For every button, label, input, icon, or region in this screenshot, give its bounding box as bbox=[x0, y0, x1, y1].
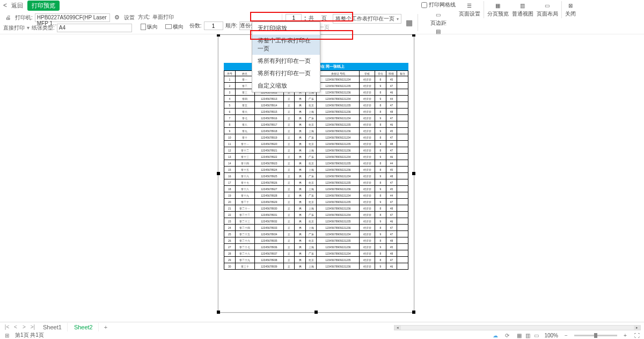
horizontal-scrollbar[interactable]: ◂ ▸ bbox=[394, 325, 641, 330]
page-info-label: 第1页 共1页 bbox=[15, 331, 44, 339]
settings-label[interactable]: 设置 bbox=[124, 14, 135, 21]
scale-option-fit-sheet[interactable]: 将整个工作表打印在一页 bbox=[252, 34, 320, 55]
table-row: 20李二十12345678929正男北京12345678909221235经济学… bbox=[224, 199, 408, 205]
table-row: 28李二十八12345678937正男广东12345678909221234经济… bbox=[224, 250, 408, 257]
status-bar: ⊞ 第1页 共1页 ☁ ⟳ ▦ ▥ ▭ 100% − + ⛶ bbox=[0, 331, 644, 339]
close-button[interactable]: ⊠关闭 bbox=[565, 1, 576, 18]
scale-combo[interactable]: 将整个工作表打印在一页 ▾ bbox=[333, 14, 401, 24]
portrait-icon bbox=[141, 24, 146, 30]
zoom-value: 100% bbox=[544, 333, 558, 338]
scroll-right-arrow[interactable]: ▸ bbox=[634, 326, 640, 330]
page-layout-button[interactable]: ▭页面布局 bbox=[537, 1, 558, 18]
chevron-down-icon: ▾ bbox=[397, 17, 399, 21]
drag-handle[interactable] bbox=[412, 172, 415, 175]
view-mode-break[interactable]: ▭ bbox=[532, 332, 540, 338]
drag-handle[interactable] bbox=[217, 172, 220, 175]
sheet-nav-prev[interactable]: < bbox=[12, 324, 19, 330]
table-row: 18李十八12345678927正男上海12345678909221236经济学… bbox=[224, 186, 408, 192]
table-row: 8李八12345678917正男北京12345678909221235经济学84… bbox=[224, 121, 408, 128]
page-unit: 页 bbox=[321, 15, 327, 22]
table-row: 10李十12345678919正男广东12345678909221234经济学8… bbox=[224, 134, 408, 141]
landscape-button[interactable]: 横向 bbox=[163, 22, 186, 32]
table-row: 27李二十七12345678936正男上海12345678909221236经济… bbox=[224, 244, 408, 250]
status-icon[interactable]: ⊞ bbox=[3, 332, 11, 338]
mode-value[interactable]: 单面打印 bbox=[152, 13, 174, 21]
table-row: 6李六12345678915正男上海12345678909221236经济学84… bbox=[224, 109, 408, 115]
table-row: 22李二十二12345678931正男广东12345678909221234经济… bbox=[224, 212, 408, 218]
table-row: 24李二十四12345678933正男上海12345678909221236经济… bbox=[224, 225, 408, 231]
preview-badge: 打印预览 bbox=[27, 1, 60, 11]
page-total-label: 共 bbox=[309, 15, 314, 22]
portrait-button[interactable]: 纵向 bbox=[138, 22, 160, 32]
table-header: 学校 bbox=[360, 71, 375, 76]
copies-input[interactable] bbox=[204, 21, 223, 30]
scale-option-none[interactable]: 无打印缩放 bbox=[252, 22, 320, 34]
add-sheet-button[interactable]: + bbox=[100, 323, 112, 331]
page-spin-down[interactable]: ▼ bbox=[304, 18, 306, 21]
scale-option-custom[interactable]: 自定义缩放 bbox=[252, 80, 320, 92]
scale-combo-value: 将整个工作表打印在一页 bbox=[335, 15, 394, 23]
zoom-out-button[interactable]: − bbox=[562, 332, 570, 338]
scale-dropdown: 无打印缩放 将整个工作表打印在一页 将所有列打印在一页 将所有行打印在一页 自定… bbox=[252, 21, 320, 92]
fullscreen-icon[interactable]: ⛶ bbox=[633, 332, 641, 338]
sheet-tab-1[interactable]: Sheet1 bbox=[38, 323, 68, 331]
table-row: 25李二十五12345678934正男广东12345678909221234经济… bbox=[224, 231, 408, 237]
scale-option-fit-rows[interactable]: 将所有行打印在一页 bbox=[252, 67, 320, 80]
printer-select[interactable]: HPB0227A5099CF(HP Laser MFP 1… bbox=[35, 13, 110, 22]
return-link[interactable]: 返回 bbox=[11, 2, 23, 10]
drag-handle[interactable] bbox=[412, 34, 415, 37]
table-header: 备注 bbox=[397, 71, 408, 76]
print-gridlines-checkbox[interactable]: 打印网格线 bbox=[421, 1, 456, 9]
scroll-left-arrow[interactable]: ◂ bbox=[394, 326, 401, 330]
preview-canvas: excel表格 怎样打印在 同一张纸上 序号姓名电话状态籍贯地址身份证 号码学校… bbox=[0, 34, 644, 322]
sheet-nav-last[interactable]: >| bbox=[29, 324, 36, 330]
printer-label: 打印机: bbox=[15, 14, 33, 21]
table-header: 序号 bbox=[224, 71, 236, 76]
table-row: 19李十九12345678928正男广东12345678909221234经济学… bbox=[224, 192, 408, 199]
gear-icon[interactable] bbox=[112, 13, 122, 23]
table-row: 23李二十三12345678932正男北京12345678909221235经济… bbox=[224, 218, 408, 225]
cloud-sync-icon[interactable]: ☁ bbox=[492, 332, 499, 338]
zoom-in-button[interactable]: + bbox=[621, 332, 629, 338]
table-row: 15李十五12345678924正男上海12345678909221236经济学… bbox=[224, 167, 408, 173]
page-break-button[interactable]: ▦分页预览 bbox=[487, 1, 509, 18]
view-mode-layout[interactable]: ▥ bbox=[524, 332, 531, 338]
direct-print-button[interactable]: 直接打印 bbox=[3, 24, 25, 32]
table-row: 14李十四12345678923正男北京12345678909221235经济学… bbox=[224, 160, 408, 167]
table-header: 学分 bbox=[375, 71, 386, 76]
drag-handle[interactable] bbox=[314, 311, 318, 314]
scale-option-fit-cols[interactable]: 将所有列打印在一页 bbox=[252, 55, 320, 67]
sheet-tab-2[interactable]: Sheet2 bbox=[69, 323, 99, 331]
ruler-icon[interactable]: ▦ bbox=[405, 18, 414, 27]
sheet-nav-first[interactable]: |< bbox=[3, 324, 11, 330]
view-mode-normal[interactable]: ▦ bbox=[515, 332, 523, 338]
drag-handle[interactable] bbox=[412, 311, 415, 314]
zoom-slider[interactable] bbox=[574, 335, 617, 336]
table-row: 21李二十一12345678930正男上海12345678909221236经济… bbox=[224, 205, 408, 212]
table-row: 4李四12345678913正男广东12345678909221234经济学94… bbox=[224, 96, 408, 102]
drag-handle[interactable] bbox=[217, 34, 220, 37]
landscape-icon bbox=[165, 24, 172, 29]
table-row: 11李十一12345678920正男北京12345678909221235经济学… bbox=[224, 141, 408, 147]
table-row: 29李二十九12345678938正男北京12345678909221235经济… bbox=[224, 257, 408, 263]
table-row: 7李七12345678916正男广东12345678909221234经济学94… bbox=[224, 115, 408, 121]
paper-select[interactable]: A4 bbox=[57, 24, 132, 32]
page-setup-button[interactable]: ☰页面设置 bbox=[459, 1, 480, 18]
printer-icon: 🖨 bbox=[3, 13, 13, 23]
sync-icon[interactable]: ⟳ bbox=[503, 332, 511, 338]
copies-label: 份数: bbox=[189, 22, 202, 30]
table-row: 26李二十六12345678935正男北京12345678909221235经济… bbox=[224, 237, 408, 244]
normal-view-button[interactable]: ▥普通视图 bbox=[512, 1, 533, 18]
table-row: 12李十二12345678921正男上海12345678909221236经济学… bbox=[224, 147, 408, 154]
order-label: 顺序: bbox=[225, 22, 238, 30]
mode-label: 方式: bbox=[138, 13, 150, 21]
table-header: 身份证 号码 bbox=[317, 71, 360, 76]
data-table: 序号姓名电话状态籍贯地址身份证 号码学校学分班级备注 1李一1234567891… bbox=[224, 70, 408, 270]
back-arrow-icon[interactable]: < bbox=[3, 2, 7, 9]
drag-handle[interactable] bbox=[217, 311, 220, 314]
sheet-nav-next[interactable]: > bbox=[20, 324, 28, 330]
paper-type-label: 纸张类型: bbox=[32, 24, 55, 32]
table-row: 9李九12345678918正男上海12345678909221236经济学94… bbox=[224, 128, 408, 134]
margins-button[interactable]: ▭页边距 bbox=[428, 10, 449, 27]
toolbar: 🖨 打印机: HPB0227A5099CF(HP Laser MFP 1… 设置… bbox=[0, 11, 644, 34]
